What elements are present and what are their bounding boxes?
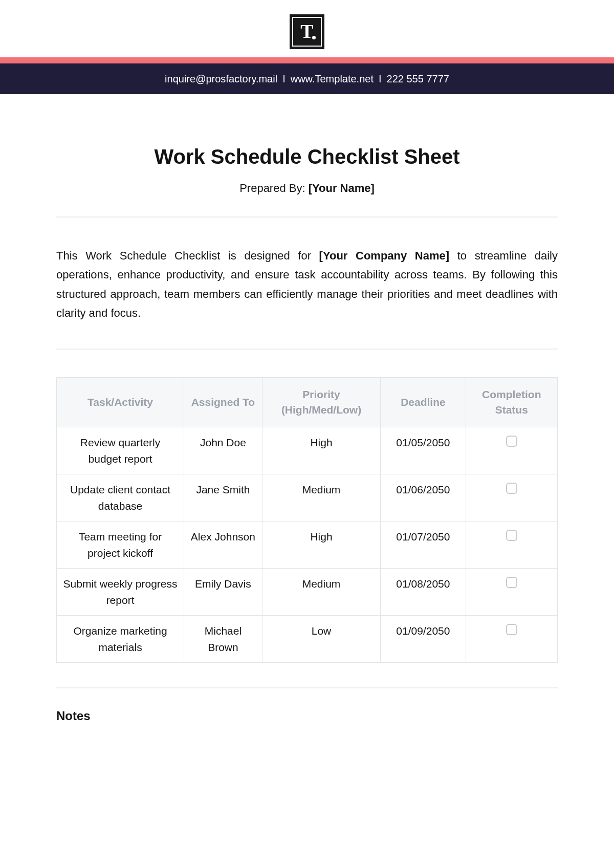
intro-paragraph: This Work Schedule Checklist is designed… — [56, 246, 558, 323]
completion-checkbox[interactable] — [506, 530, 517, 541]
contact-email: inquire@prosfactory.mail — [165, 73, 277, 85]
cell-priority: Medium — [262, 474, 381, 522]
completion-checkbox[interactable] — [506, 577, 517, 588]
cell-assigned: John Doe — [184, 427, 262, 474]
logo-inner: T — [292, 17, 322, 47]
logo-dot-icon — [312, 36, 316, 39]
prepared-by-line: Prepared By: [Your Name] — [56, 182, 558, 195]
completion-checkbox[interactable] — [506, 436, 517, 447]
header-priority: Priority (High/Med/Low) — [262, 377, 381, 427]
cell-assigned: Michael Brown — [184, 616, 262, 663]
cell-status — [466, 474, 558, 522]
prepared-by-value: [Your Name] — [309, 182, 375, 194]
cell-assigned: Alex Johnson — [184, 522, 262, 569]
intro-text-pre: This Work Schedule Checklist is designed… — [56, 249, 319, 262]
schedule-table: Task/Activity Assigned To Priority (High… — [56, 377, 558, 663]
cell-status — [466, 427, 558, 474]
accent-stripe — [0, 57, 614, 63]
cell-priority: Low — [262, 616, 381, 663]
cell-priority: High — [262, 522, 381, 569]
cell-task: Submit weekly progress report — [57, 569, 184, 616]
cell-assigned: Emily Davis — [184, 569, 262, 616]
cell-task: Update client contact database — [57, 474, 184, 522]
cell-task: Team meeting for project kickoff — [57, 522, 184, 569]
cell-deadline: 01/08/2050 — [381, 569, 466, 616]
cell-task: Organize marketing materials — [57, 616, 184, 663]
prepared-by-label: Prepared By: — [239, 182, 309, 194]
cell-deadline: 01/07/2050 — [381, 522, 466, 569]
contact-website: www.Template.net — [291, 73, 374, 85]
header-deadline: Deadline — [381, 377, 466, 427]
completion-checkbox[interactable] — [506, 483, 517, 494]
cell-assigned: Jane Smith — [184, 474, 262, 522]
divider — [56, 216, 558, 218]
cell-priority: Medium — [262, 569, 381, 616]
logo-container: T — [0, 0, 614, 57]
table-header-row: Task/Activity Assigned To Priority (High… — [57, 377, 558, 427]
intro-company-placeholder: [Your Company Name] — [319, 249, 450, 262]
cell-status — [466, 522, 558, 569]
page-title: Work Schedule Checklist Sheet — [56, 145, 558, 168]
table-row: Organize marketing materials Michael Bro… — [57, 616, 558, 663]
table-row: Team meeting for project kickoff Alex Jo… — [57, 522, 558, 569]
document-content: Work Schedule Checklist Sheet Prepared B… — [0, 94, 614, 723]
cell-deadline: 01/06/2050 — [381, 474, 466, 522]
header-assigned: Assigned To — [184, 377, 262, 427]
cell-status — [466, 616, 558, 663]
contact-separator: I — [282, 73, 286, 85]
completion-checkbox[interactable] — [506, 624, 517, 635]
table-row: Update client contact database Jane Smit… — [57, 474, 558, 522]
table-row: Submit weekly progress report Emily Davi… — [57, 569, 558, 616]
table-row: Review quarterly budget report John Doe … — [57, 427, 558, 474]
contact-phone: 222 555 7777 — [387, 73, 449, 85]
logo: T — [290, 14, 324, 49]
cell-priority: High — [262, 427, 381, 474]
schedule-table-container: Task/Activity Assigned To Priority (High… — [56, 377, 558, 663]
header-status: Completion Status — [466, 377, 558, 427]
cell-status — [466, 569, 558, 616]
contact-bar: inquire@prosfactory.mail I www.Template.… — [0, 63, 614, 94]
notes-heading: Notes — [56, 709, 558, 723]
cell-deadline: 01/05/2050 — [381, 427, 466, 474]
cell-deadline: 01/09/2050 — [381, 616, 466, 663]
divider — [56, 687, 558, 688]
table-header: Task/Activity Assigned To Priority (High… — [57, 377, 558, 427]
logo-letter: T — [300, 21, 313, 41]
table-body: Review quarterly budget report John Doe … — [57, 427, 558, 663]
contact-separator: I — [379, 73, 382, 85]
divider — [56, 349, 558, 350]
header-task: Task/Activity — [57, 377, 184, 427]
cell-task: Review quarterly budget report — [57, 427, 184, 474]
